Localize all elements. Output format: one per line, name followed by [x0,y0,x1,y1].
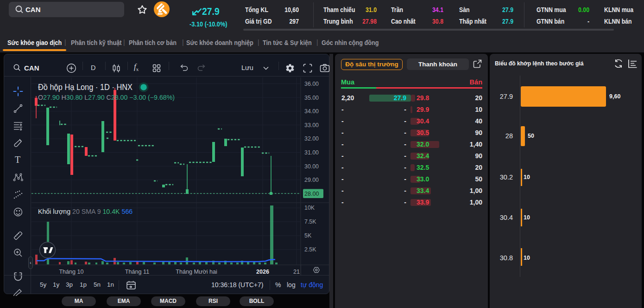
svg-text:2.5K: 2.5K [304,246,316,253]
svg-text:10K: 10K [304,205,315,211]
svg-text:Tháng Mười hai: Tháng Mười hai [176,269,217,275]
svg-text:Tháng 10: Tháng 10 [59,269,83,275]
svg-text:32.00: 32.00 [304,135,319,142]
svg-text:2026: 2026 [256,269,269,275]
svg-text:33.00: 33.00 [304,122,319,128]
svg-text:Đồ hộp Hạ Long · 1D · HNX: Đồ hộp Hạ Long · 1D · HNX [38,83,133,92]
svg-text:Khối lượng 20 SMA 9 10.4K 56: Khối lượng 20 SMA 9 10.4K 566 [38,208,133,215]
svg-text:O27.90 H30.80 L27.90 C28.00 −3: O27.90 H30.80 L27.90 C28.00 −3.00 (−9.68… [38,94,175,101]
svg-text:34.00: 34.00 [304,108,319,115]
svg-text:5K: 5K [304,232,312,239]
svg-text:21: 21 [293,269,300,275]
svg-text:31.00: 31.00 [304,149,319,156]
svg-text:7.5K: 7.5K [304,218,316,225]
svg-text:30.00: 30.00 [304,163,319,170]
svg-text:29.00: 29.00 [304,177,319,183]
svg-text:35.00: 35.00 [304,95,319,101]
svg-text:Tháng 11: Tháng 11 [125,269,149,275]
svg-text:28.00: 28.00 [304,191,319,197]
svg-text:36.00: 36.00 [304,81,319,87]
